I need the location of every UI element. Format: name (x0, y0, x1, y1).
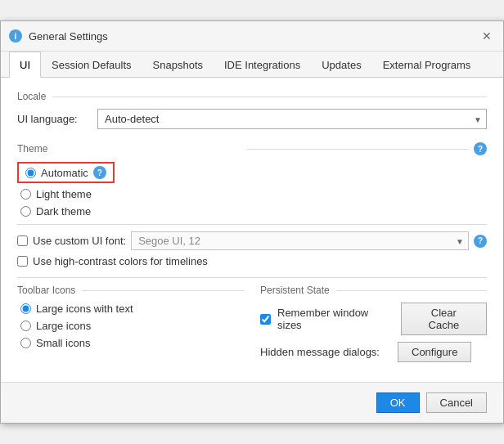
small-icons-label: Small icons (36, 337, 90, 349)
tab-session-defaults[interactable]: Session Defaults (41, 52, 142, 78)
tabs-bar: UI Session Defaults Snapshots IDE Integr… (1, 52, 503, 78)
automatic-theme-help-icon[interactable]: ? (93, 166, 106, 179)
hidden-message-dialogs-label: Hidden message dialogs: (260, 346, 391, 358)
theme-header: Theme ? (17, 142, 487, 155)
large-icons-label: Large icons (36, 320, 91, 332)
dark-theme-label: Dark theme (36, 205, 91, 218)
tab-updates[interactable]: Updates (311, 52, 371, 78)
large-icons-text-label: Large icons with text (36, 303, 133, 315)
font-select-wrap: Segoe UI, 12 ▼ (131, 231, 469, 250)
theme-help-icon[interactable]: ? (474, 142, 487, 155)
cancel-button[interactable]: Cancel (426, 392, 487, 413)
general-settings-dialog: i General Settings ✕ UI Session Defaults… (0, 20, 504, 424)
theme-section: Theme ? Automatic ? Light theme (17, 142, 487, 267)
bottom-section: Toolbar Icons Large icons with text Larg… (17, 285, 487, 369)
automatic-theme-radio[interactable] (25, 168, 36, 178)
tab-ui[interactable]: UI (9, 52, 41, 78)
toolbar-icons-title: Toolbar Icons (17, 285, 244, 296)
ui-language-label: UI language: (17, 113, 91, 125)
clear-cache-button[interactable]: Clear Cache (401, 303, 487, 335)
remember-window-sizes-label: Remember window sizes (277, 307, 394, 331)
automatic-theme-label: Automatic (41, 167, 88, 179)
large-icons-row: Large icons (17, 320, 244, 332)
theme-section-title: Theme (17, 143, 240, 155)
small-icons-row: Small icons (17, 337, 244, 349)
light-theme-row: Light theme (17, 188, 487, 200)
font-select[interactable]: Segoe UI, 12 (131, 231, 469, 250)
high-contrast-checkbox[interactable] (17, 256, 28, 267)
custom-font-label: Use custom UI font: (33, 235, 126, 247)
configure-button[interactable]: Configure (398, 342, 471, 362)
font-help-icon[interactable]: ? (474, 235, 487, 248)
tab-external-programs[interactable]: External Programs (372, 52, 482, 78)
toolbar-icons-col: Toolbar Icons Large icons with text Larg… (17, 285, 244, 369)
large-icons-text-radio[interactable] (20, 303, 31, 314)
persistent-state-col: Persistent State Remember window sizes C… (260, 285, 487, 369)
locale-section-title: Locale (17, 91, 487, 102)
title-bar-left: i General Settings (9, 29, 108, 43)
remember-window-sizes-checkbox[interactable] (260, 314, 271, 325)
tab-ide-integrations[interactable]: IDE Integrations (214, 52, 311, 78)
ui-language-row: UI language: Auto-detect ▼ (17, 109, 487, 129)
title-bar: i General Settings ✕ (1, 21, 503, 52)
locale-section: Locale UI language: Auto-detect ▼ (17, 91, 487, 129)
ok-button[interactable]: OK (376, 392, 420, 413)
custom-font-row: Use custom UI font: Segoe UI, 12 ▼ ? (17, 231, 487, 250)
small-icons-radio[interactable] (20, 338, 31, 348)
hidden-message-dialogs-row: Hidden message dialogs: Configure (260, 342, 487, 362)
dialog-icon: i (9, 29, 22, 43)
automatic-theme-highlighted: Automatic ? (17, 162, 115, 183)
large-icons-text-row: Large icons with text (17, 303, 244, 315)
light-theme-label: Light theme (36, 188, 92, 200)
high-contrast-label: Use high-contrast colors for timelines (33, 255, 208, 267)
tab-snapshots[interactable]: Snapshots (142, 52, 214, 78)
close-button[interactable]: ✕ (479, 28, 495, 44)
high-contrast-row: Use high-contrast colors for timelines (17, 255, 487, 267)
footer: OK Cancel (1, 382, 503, 423)
custom-font-checkbox[interactable] (17, 235, 28, 246)
ui-language-select-wrap: Auto-detect ▼ (97, 109, 487, 129)
dialog-title: General Settings (29, 30, 108, 43)
content-area: Locale UI language: Auto-detect ▼ Theme … (1, 78, 503, 382)
ui-language-select[interactable]: Auto-detect (97, 109, 487, 129)
light-theme-radio[interactable] (20, 189, 31, 200)
dark-theme-radio[interactable] (20, 206, 31, 217)
dark-theme-row: Dark theme (17, 205, 487, 218)
persistent-state-title: Persistent State (260, 285, 487, 296)
remember-window-sizes-row: Remember window sizes Clear Cache (260, 303, 487, 335)
large-icons-radio[interactable] (20, 321, 31, 331)
